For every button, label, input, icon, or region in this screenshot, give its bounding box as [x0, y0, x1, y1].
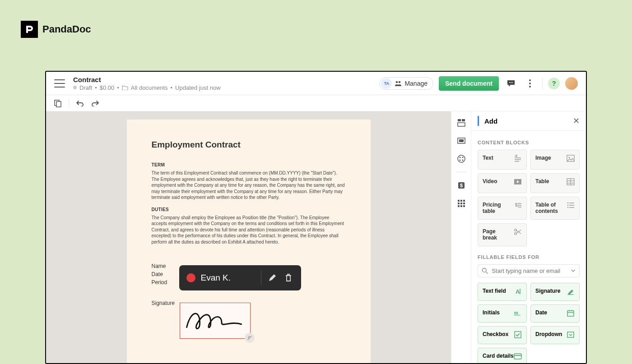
svg-rect-30 — [463, 205, 465, 207]
close-panel-button[interactable]: ✕ — [573, 116, 580, 126]
redo-button[interactable] — [91, 99, 100, 108]
app-window: Contract Draft • $0.00 • All documents •… — [45, 71, 587, 364]
svg-point-2 — [509, 82, 510, 83]
svg-line-54 — [486, 272, 488, 273]
document-page[interactable]: Employment Contract TERM The term of thi… — [127, 120, 371, 363]
search-icon — [482, 267, 488, 274]
pandadoc-icon — [21, 21, 38, 38]
doc-info: Contract Draft • $0.00 • All documents •… — [73, 76, 221, 91]
svg-point-53 — [482, 268, 486, 272]
pricing-tab-button[interactable]: $ — [456, 180, 466, 190]
checkbox-block[interactable]: Checkbox — [478, 326, 527, 344]
recipient-search-input[interactable] — [492, 267, 567, 274]
user-avatar[interactable] — [565, 77, 578, 90]
topbar: Contract Draft • $0.00 • All documents •… — [46, 72, 586, 95]
folder-icon — [122, 85, 128, 90]
resize-handle[interactable] — [245, 333, 255, 343]
active-tab-indicator — [478, 116, 479, 126]
svg-text:$: $ — [460, 183, 462, 188]
doc-price: $0.00 — [100, 84, 115, 91]
svg-rect-10 — [458, 119, 461, 121]
dropdown-block[interactable]: Dropdown — [530, 326, 580, 344]
more-button[interactable] — [523, 77, 537, 90]
svg-rect-24 — [463, 200, 465, 202]
svg-point-16 — [459, 157, 460, 158]
svg-rect-23 — [460, 200, 462, 202]
image-block[interactable]: Image — [530, 150, 580, 170]
svg-point-4 — [512, 82, 513, 83]
help-button[interactable]: ? — [548, 78, 560, 89]
table-block[interactable]: Table — [530, 173, 580, 193]
blocks-tab-button[interactable] — [456, 118, 466, 128]
recipient-search[interactable] — [478, 264, 580, 277]
toc-block[interactable]: Table of contents — [530, 197, 580, 220]
copy-button[interactable] — [53, 99, 62, 108]
delete-field-button[interactable] — [283, 272, 294, 283]
chevron-down-icon[interactable] — [571, 269, 576, 272]
doc-title[interactable]: Contract — [73, 76, 221, 83]
svg-text:A: A — [516, 288, 520, 295]
video-block[interactable]: Video — [478, 173, 527, 193]
svg-rect-65 — [567, 332, 574, 337]
dropdown-icon — [567, 331, 575, 338]
svg-point-47 — [567, 207, 569, 208]
collaborators[interactable]: TA Manage — [379, 77, 433, 90]
svg-point-33 — [569, 157, 570, 158]
design-tab-button[interactable] — [456, 154, 466, 164]
signature-block[interactable]: Signature — [530, 283, 580, 301]
table-icon — [567, 178, 575, 185]
svg-point-0 — [396, 81, 398, 83]
document-title: Employment Contract — [152, 140, 346, 150]
svg-point-1 — [399, 81, 401, 83]
initials-block[interactable]: Initials IN — [478, 304, 527, 323]
send-document-button[interactable]: Send document — [439, 76, 499, 91]
variables-tab-button[interactable] — [456, 136, 466, 146]
svg-text:$: $ — [515, 203, 518, 207]
svg-point-19 — [462, 160, 463, 161]
svg-rect-22 — [458, 200, 460, 202]
svg-rect-27 — [463, 203, 465, 204]
page-break-block[interactable]: Page break — [478, 223, 527, 246]
people-icon — [395, 80, 402, 87]
svg-point-7 — [529, 86, 531, 88]
svg-point-15 — [458, 155, 465, 162]
brand-logo: PandaDoc — [21, 21, 91, 38]
svg-point-49 — [515, 229, 517, 231]
manage-button[interactable]: Manage — [392, 78, 433, 89]
doc-updated: Updated just now — [175, 84, 220, 91]
svg-line-51 — [516, 230, 521, 234]
checkbox-icon — [514, 331, 522, 338]
svg-rect-64 — [515, 332, 521, 338]
side-toolbar: $ — [451, 111, 471, 363]
svg-text:T: T — [516, 155, 518, 157]
image-icon — [567, 155, 575, 162]
edit-field-button[interactable] — [267, 272, 278, 283]
svg-rect-26 — [460, 203, 462, 204]
signature-field[interactable] — [180, 303, 251, 339]
fillable-fields-label: FILLABLE FIELDS FOR — [478, 254, 580, 260]
text-icon: T — [514, 155, 522, 162]
signer-color-dot[interactable] — [186, 273, 195, 282]
undo-button[interactable] — [75, 99, 84, 108]
doc-location[interactable]: All documents — [131, 84, 168, 91]
toc-icon — [567, 202, 575, 209]
svg-rect-25 — [458, 203, 460, 204]
apps-tab-button[interactable] — [456, 198, 466, 208]
menu-button[interactable] — [54, 79, 65, 88]
chat-button[interactable] — [504, 77, 518, 90]
scissors-icon — [514, 228, 522, 235]
canvas[interactable]: Employment Contract TERM The term of thi… — [46, 111, 451, 363]
text-field-block[interactable]: Text field A — [478, 283, 527, 301]
date-block[interactable]: Date — [530, 304, 580, 323]
signer-name[interactable]: Evan K. — [201, 273, 256, 283]
card-details-block[interactable]: Card details — [478, 348, 527, 363]
collab-avatar[interactable]: TA — [381, 78, 392, 89]
pricing-table-block[interactable]: Pricing table $ — [478, 197, 527, 220]
signature-stroke-icon — [180, 303, 250, 338]
svg-rect-9 — [56, 101, 61, 107]
svg-point-5 — [529, 79, 531, 81]
doc-status: Draft — [79, 84, 92, 91]
calendar-icon — [567, 309, 575, 317]
text-block[interactable]: Text T — [478, 150, 527, 170]
panel-title: Add — [484, 117, 573, 125]
